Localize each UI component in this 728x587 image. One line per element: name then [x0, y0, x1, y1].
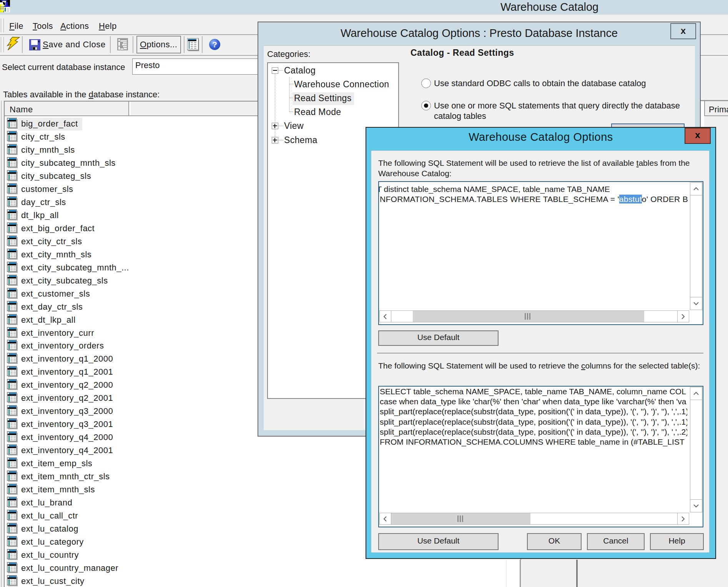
svg-text:?: ? — [212, 40, 217, 49]
